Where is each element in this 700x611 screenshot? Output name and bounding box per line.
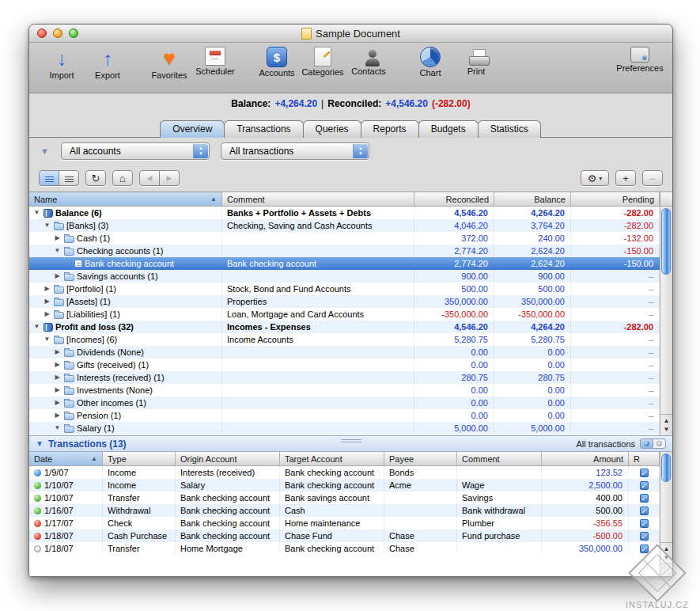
account-row[interactable]: ▶Savings accounts (1)900.00900.00– — [29, 270, 660, 283]
account-row[interactable]: ▶Interests (received) (1)280.75280.75– — [29, 371, 660, 384]
view-all-button[interactable] — [640, 438, 653, 449]
tab-overview[interactable]: Overview — [160, 120, 225, 138]
tab-budgets[interactable]: Budgets — [418, 120, 479, 138]
flat-view-button[interactable] — [59, 170, 79, 186]
account-row[interactable]: ▼Profit and loss (32)Incomes - Expenses4… — [29, 321, 660, 333]
disclosure-closed-icon[interactable]: ▶ — [53, 409, 62, 422]
splitter-grip[interactable] — [341, 438, 361, 442]
titlebar[interactable]: Sample Document — [29, 25, 672, 43]
forward-button[interactable]: ▶ — [159, 170, 180, 186]
column-header-target-account[interactable]: Target Account — [280, 452, 384, 465]
tab-statistics[interactable]: Statistics — [478, 120, 541, 138]
disclosure-open-icon[interactable]: ▼ — [32, 207, 41, 219]
home-button[interactable]: ⌂ — [112, 170, 133, 186]
transactions-filter-popup[interactable]: All transactions ▲▼ — [221, 142, 369, 160]
column-header-date[interactable]: Date▲ — [29, 452, 103, 465]
back-button[interactable]: ◀ — [139, 170, 160, 186]
scrollbar-track[interactable]: ▲ ▼ — [660, 452, 672, 564]
tab-queries[interactable]: Queries — [303, 120, 361, 138]
scrollbar-thumb[interactable] — [661, 454, 671, 482]
toolbar-item-preferences[interactable]: Preferences — [617, 47, 663, 73]
account-row[interactable]: ▼Balance (6)Banks + Portfolio + Assets +… — [29, 207, 660, 219]
disclosure-closed-icon[interactable]: ▶ — [53, 270, 62, 283]
account-row[interactable]: ▶Investments (None)0.000.00– — [29, 384, 660, 397]
transaction-row[interactable]: 1/10/07IncomeSalaryBank checking account… — [29, 479, 660, 491]
column-header-reconciled[interactable]: Reconciled — [414, 192, 494, 206]
remove-button[interactable]: – — [642, 170, 663, 186]
toolbar-item-export[interactable]: Export — [85, 47, 131, 80]
scroll-down-icon[interactable]: ▼ — [664, 425, 670, 434]
reconciled-checkbox[interactable]: ✓ — [640, 469, 649, 477]
toolbar-item-chart[interactable]: Chart — [407, 47, 453, 80]
column-header-balance[interactable]: Balance — [494, 192, 571, 206]
zoom-button[interactable] — [69, 28, 78, 38]
disclosure-open-icon[interactable]: ▼ — [43, 219, 51, 232]
reconciled-checkbox[interactable]: ✓ — [640, 532, 649, 541]
transaction-row[interactable]: 1/9/07IncomeInterests (received)Bank che… — [29, 466, 660, 479]
account-row[interactable]: ▶Other incomes (1)0.000.00– — [29, 397, 660, 409]
disclosure-closed-icon[interactable]: ▶ — [43, 295, 51, 308]
account-row[interactable]: ▶Gifts (received) (1)0.000.00– — [29, 359, 660, 371]
view-filtered-button[interactable] — [653, 438, 666, 449]
disclosure-open-icon[interactable]: ▼ — [53, 245, 62, 257]
column-header-name[interactable]: Name▲ — [29, 192, 222, 206]
refresh-button[interactable]: ↻ — [85, 170, 106, 186]
disclosure-closed-icon[interactable]: ▶ — [43, 283, 51, 295]
reconciled-checkbox[interactable]: ✓ — [640, 494, 649, 503]
column-header-payee[interactable]: Payee — [384, 452, 457, 465]
toolbar-item-print[interactable]: Print — [453, 47, 499, 80]
accounts-scrollbar[interactable]: ▲ ▼ — [660, 192, 672, 435]
reconciled-checkbox[interactable]: ✓ — [640, 519, 649, 528]
tab-transactions[interactable]: Transactions — [224, 120, 303, 138]
scroll-up-icon[interactable]: ▲ — [664, 416, 670, 425]
disclosure-open-icon[interactable]: ▼ — [32, 321, 41, 333]
column-header-type[interactable]: Type — [103, 452, 176, 465]
account-row[interactable]: Bank checking accountBank checking accou… — [29, 257, 660, 270]
scrollbar-thumb[interactable] — [661, 208, 671, 275]
account-row[interactable]: ▶Cash (1)372.00240.00-132.00 — [29, 232, 660, 245]
account-row[interactable]: ▼Salary (1)5,000.005,000.00– — [29, 422, 660, 435]
transactions-disclosure-icon[interactable]: ▼ — [36, 439, 44, 448]
disclosure-closed-icon[interactable]: ▶ — [43, 308, 51, 321]
column-header-comment[interactable]: Comment — [222, 192, 414, 206]
column-header-comment[interactable]: Comment — [457, 452, 542, 465]
disclosure-closed-icon[interactable]: ▶ — [53, 384, 62, 397]
column-header-r[interactable]: R — [629, 452, 660, 465]
toolbar-item-contacts[interactable]: Contacts — [346, 47, 392, 80]
section-disclosure-icon[interactable]: ▼ — [40, 146, 50, 156]
transaction-row[interactable]: 1/18/07TransferHome MortgageBank checkin… — [29, 542, 660, 555]
account-row[interactable]: ▼Checking accounts (1)2,774.202,624.20-1… — [29, 245, 660, 257]
account-row[interactable]: ▶Pension (1)0.000.00– — [29, 409, 660, 422]
minimize-button[interactable] — [53, 28, 62, 38]
account-row[interactable]: ▼[Banks] (3)Checking, Saving and Cash Ac… — [29, 219, 660, 232]
reconciled-checkbox[interactable]: ✓ — [640, 507, 649, 515]
transaction-row[interactable]: 1/18/07Cash PurchaseBank checking accoun… — [29, 529, 660, 542]
action-menu-button[interactable]: ⚙ ▾ — [581, 170, 609, 186]
account-row[interactable]: ▶[Assets] (1)Properties350,000.00350,000… — [29, 295, 660, 308]
toolbar-item-categories[interactable]: Categories — [300, 47, 346, 80]
disclosure-closed-icon[interactable]: ▶ — [53, 371, 62, 384]
account-row[interactable]: ▼[Incomes] (6)Income Accounts5,280.755,2… — [29, 333, 660, 346]
account-row[interactable]: ▶Dividends (None)0.000.00– — [29, 346, 660, 359]
toolbar-item-import[interactable]: Import — [39, 47, 85, 80]
column-header-pending[interactable]: Pending — [571, 192, 660, 206]
add-button[interactable]: + — [615, 170, 636, 186]
column-header-origin-account[interactable]: Origin Account — [176, 452, 280, 465]
disclosure-open-icon[interactable]: ▼ — [53, 422, 62, 435]
transaction-row[interactable]: 1/17/07CheckBank checking accountHome ma… — [29, 517, 660, 529]
accounts-filter-popup[interactable]: All accounts ▲▼ — [61, 142, 210, 160]
disclosure-closed-icon[interactable]: ▶ — [53, 397, 62, 409]
column-header-amount[interactable]: Amount — [542, 452, 629, 465]
transaction-row[interactable]: 1/10/07TransferBank checking accountBank… — [29, 491, 660, 504]
toolbar-item-accounts[interactable]: Accounts — [254, 47, 300, 80]
scrollbar-track[interactable]: ▲ ▼ — [660, 207, 672, 435]
reconciled-checkbox[interactable]: ✓ — [640, 481, 649, 490]
tab-reports[interactable]: Reports — [361, 120, 419, 138]
account-row[interactable]: ▶[Liabilities] (1)Loan, Mortgage and Car… — [29, 308, 660, 321]
toolbar-item-scheduler[interactable]: Scheduler — [192, 47, 238, 80]
disclosure-open-icon[interactable]: ▼ — [43, 333, 51, 346]
close-button[interactable] — [37, 28, 47, 38]
toolbar-item-favorites[interactable]: Favorites — [146, 47, 192, 80]
disclosure-closed-icon[interactable]: ▶ — [53, 359, 62, 371]
outline-view-button[interactable] — [39, 170, 59, 186]
